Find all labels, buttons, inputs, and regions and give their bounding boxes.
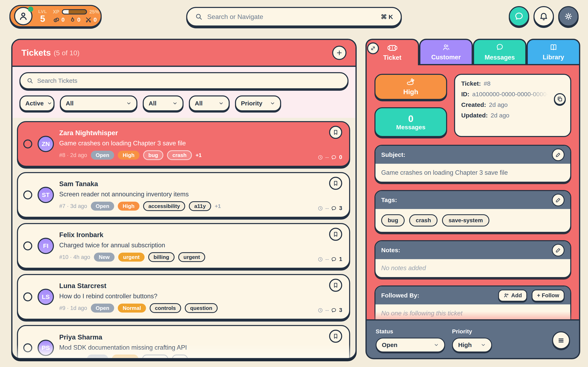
ticket-select-radio[interactable] (23, 191, 32, 200)
add-follower-button[interactable]: Add (498, 290, 527, 301)
messages-card[interactable]: 0 Messages (374, 107, 447, 137)
ticket-select-radio[interactable] (23, 242, 32, 250)
ticket-list: ZN Zara Nightwhisper Game crashes on loa… (12, 118, 355, 358)
ticket-select-radio[interactable] (23, 292, 32, 301)
ticket-card[interactable]: LS Luna Starcrest How do I rebind contro… (17, 274, 350, 320)
followed-by-label: Followed By: (381, 292, 419, 299)
bookmark-icon (333, 180, 339, 186)
filter-all-dropdown-1[interactable]: All (60, 95, 138, 111)
bookmark-button[interactable] (329, 330, 342, 343)
followers-empty-text: No one is following this ticket (375, 304, 570, 320)
bookmark-button[interactable] (329, 279, 342, 292)
chevron-down-icon (218, 101, 224, 106)
customer-name: Sam Tanaka (59, 180, 312, 188)
ticket-card[interactable]: FI Felix Ironbark Charged twice for annu… (17, 223, 350, 269)
bookmark-button[interactable] (329, 126, 342, 139)
ticket-card[interactable]: ZN Zara Nightwhisper Game crashes on loa… (17, 121, 350, 167)
priority-badge: High (118, 202, 139, 211)
edit-subject-button[interactable] (552, 149, 564, 161)
ticket-info-box: Ticket: #8 ID: a1000000-0000-0000-0000-0… (454, 74, 571, 137)
filter-all-dropdown-2[interactable]: All (143, 95, 183, 111)
bookmark-button[interactable] (329, 177, 342, 190)
tags-label: Tags: (381, 197, 397, 203)
tab-label: Ticket (383, 54, 401, 61)
bookmark-icon (333, 231, 339, 237)
filter-all-dropdown-3[interactable]: All (189, 95, 230, 111)
tickets-title: Tickets (21, 48, 51, 58)
expand-panel-button[interactable] (367, 42, 379, 54)
priority-card[interactable]: High (374, 74, 447, 100)
avatar: PS (38, 340, 54, 356)
tickets-panel-header: Tickets (5 of 10) (12, 40, 355, 67)
chat-button[interactable] (509, 6, 529, 26)
priority-dropdown[interactable]: High (452, 338, 492, 352)
ticket-detail-panel: Ticket Customer Messages Library (365, 39, 580, 359)
follow-button[interactable]: + Follow (532, 290, 564, 301)
xp-label: XP (53, 9, 60, 15)
ticket-search-input[interactable]: Search Tickets (19, 72, 348, 89)
bookmark-button[interactable] (329, 228, 342, 241)
tab-customer[interactable]: Customer (419, 39, 473, 65)
ticket-card[interactable]: PS Priya Sharma Mod SDK documentation mi… (17, 325, 350, 358)
extra-tags-count: +1 (215, 203, 221, 209)
edit-tags-button[interactable] (552, 194, 564, 206)
clock-icon (318, 257, 323, 262)
search-icon (195, 13, 203, 21)
settings-button[interactable] (558, 6, 579, 26)
comment-count: 3 (339, 307, 342, 313)
bookmark-icon (333, 333, 339, 339)
chat-bubble-icon (514, 11, 524, 21)
tag-badge: urgent (178, 252, 205, 262)
comment-count: 1 (339, 256, 342, 262)
person-icon (18, 11, 29, 21)
global-search-input[interactable]: Search or Navigate ⌘ K (186, 7, 402, 26)
priority-card-label: High (403, 88, 418, 96)
notifications-button[interactable] (534, 6, 554, 26)
shortcut-hint: ⌘ K (381, 13, 393, 20)
time-value: -- (325, 256, 329, 262)
more-actions-button[interactable] (552, 331, 570, 349)
flame-icon (69, 17, 76, 23)
ticket-card[interactable]: ST Sam Tanaka Screen reader not announci… (17, 172, 350, 218)
edit-notes-button[interactable] (552, 244, 564, 257)
add-ticket-button[interactable] (332, 46, 346, 60)
filter-priority-dropdown[interactable]: Priority (235, 95, 281, 111)
status-dropdown[interactable]: Open (376, 338, 445, 352)
notes-empty-text: No notes added (375, 259, 570, 277)
ticket-select-radio[interactable] (23, 343, 32, 352)
tab-messages[interactable]: Messages (473, 39, 527, 65)
hamburger-menu-icon (557, 336, 565, 344)
comment-icon (331, 308, 337, 313)
status-badge: Open (91, 151, 114, 160)
people-icon (441, 43, 451, 52)
comment-count: 0 (339, 154, 342, 160)
player-avatar (14, 7, 33, 25)
updated-value: 2d ago (491, 112, 509, 119)
tab-library[interactable]: Library (527, 39, 580, 65)
ticket-actions-bar: Status Open Priority High (365, 319, 580, 359)
tag-badge: accessibility (143, 201, 185, 211)
pencil-icon (555, 247, 561, 253)
online-status-dot (28, 7, 33, 12)
followers-section: Followed By: Add + Follow No one is foll… (374, 285, 571, 320)
ticket-select-radio[interactable] (23, 140, 32, 149)
messages-count: 0 (408, 114, 414, 124)
filter-active-dropdown[interactable]: Active (19, 95, 54, 111)
ticket-meta: #9 · 1d ago (59, 305, 87, 311)
pencil-icon (555, 197, 561, 203)
ticket-subject: How do I rebind controller buttons? (59, 292, 312, 300)
status-badge: Open (91, 304, 114, 313)
time-value: -- (325, 205, 329, 211)
ticket-icon (388, 44, 397, 52)
avatar: ST (38, 187, 54, 203)
chevron-down-icon (434, 342, 439, 348)
copy-id-button[interactable] (554, 93, 566, 105)
customer-name: Felix Ironbark (59, 231, 312, 239)
priority-badge: urgent (118, 253, 145, 262)
player-badge[interactable]: LVL 5 XP 25% 0 0 0 (9, 5, 102, 27)
status-badge: New (94, 253, 114, 262)
priority-badge: Normal (118, 304, 146, 313)
status-label: Status (376, 328, 445, 335)
global-search-placeholder: Search or Navigate (207, 13, 376, 21)
avatar: LS (38, 289, 54, 305)
